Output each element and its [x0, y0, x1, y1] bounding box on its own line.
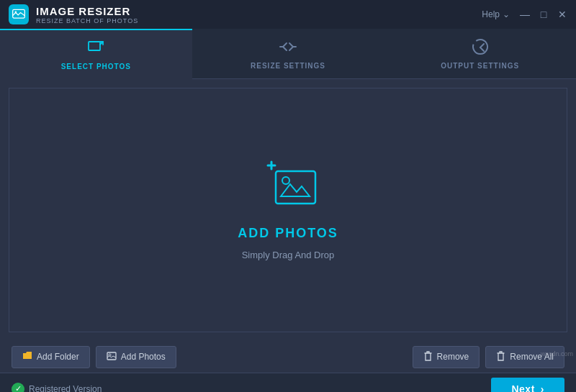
svg-point-1 — [15, 11, 17, 13]
watermark: wscdn.com — [541, 350, 573, 357]
step-tabs: SELECT PHOTOS RESIZE SETTINGS OUTPUT SET… — [0, 29, 576, 79]
svg-rect-2 — [89, 42, 100, 50]
registered-label: Registered Version — [29, 384, 102, 393]
drag-hint: Simply Drag And Drop — [242, 250, 335, 260]
drop-area: ADD PHOTOS Simply Drag And Drop — [238, 160, 338, 260]
title-bar-left: IMAGE RESIZER RESIZE BATCH OF PHOTOS — [9, 4, 138, 24]
resize-settings-label: RESIZE SETTINGS — [251, 62, 325, 70]
window-controls: — □ ✕ — [520, 9, 567, 19]
help-button[interactable]: Help ⌄ — [482, 9, 510, 19]
close-button[interactable]: ✕ — [557, 9, 567, 19]
title-bar-right: Help ⌄ — □ ✕ — [482, 9, 567, 19]
photo-icon — [107, 351, 117, 363]
title-bar: IMAGE RESIZER RESIZE BATCH OF PHOTOS Hel… — [0, 0, 576, 29]
svg-point-6 — [282, 177, 289, 184]
svg-rect-5 — [276, 171, 315, 204]
tab-resize-settings[interactable]: RESIZE SETTINGS — [192, 29, 384, 78]
status-bar: ✓ Registered Version Next › — [0, 373, 576, 392]
app-icon — [9, 4, 29, 24]
minimize-button[interactable]: — — [520, 9, 530, 19]
remove-button[interactable]: Remove — [413, 346, 480, 368]
select-photos-label: SELECT PHOTOS — [61, 63, 131, 70]
trash-icon — [423, 351, 433, 363]
check-icon: ✓ — [12, 383, 24, 393]
folder-icon — [22, 351, 32, 363]
app-title: IMAGE RESIZER — [36, 5, 138, 17]
output-settings-label: OUTPUT SETTINGS — [441, 62, 519, 70]
registration-status: ✓ Registered Version — [12, 383, 102, 393]
tab-select-photos[interactable]: SELECT PHOTOS — [0, 29, 192, 78]
main-content-area[interactable]: ADD PHOTOS Simply Drag And Drop — [9, 88, 567, 332]
maximize-button[interactable]: □ — [539, 9, 549, 19]
add-photos-label: ADD PHOTOS — [238, 226, 338, 241]
app-subtitle: RESIZE BATCH OF PHOTOS — [36, 17, 138, 24]
output-settings-icon — [472, 38, 489, 59]
add-photos-icon — [256, 160, 320, 217]
next-arrow-icon: › — [541, 383, 544, 393]
add-folder-button[interactable]: Add Folder — [12, 346, 90, 368]
left-action-buttons: Add Folder Add Photos — [12, 346, 176, 368]
next-button[interactable]: Next › — [491, 378, 564, 393]
title-text: IMAGE RESIZER RESIZE BATCH OF PHOTOS — [36, 5, 138, 24]
tab-output-settings[interactable]: OUTPUT SETTINGS — [384, 29, 576, 78]
resize-settings-icon — [279, 38, 297, 59]
add-photos-button[interactable]: Add Photos — [96, 346, 176, 368]
action-bar: Add Folder Add Photos Remove — [0, 341, 576, 373]
select-photos-icon — [87, 39, 104, 60]
trash-all-icon — [496, 351, 505, 363]
